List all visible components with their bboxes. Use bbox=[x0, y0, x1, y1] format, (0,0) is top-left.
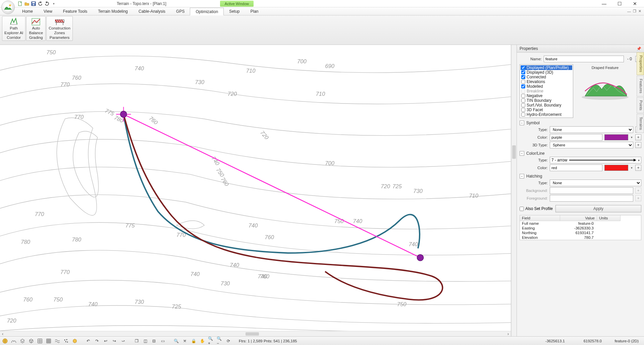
split-h-icon[interactable]: ◫ bbox=[142, 338, 148, 344]
ribbon-auto-balance[interactable]: Auto Balance Grading bbox=[26, 16, 46, 41]
copy-icon[interactable]: ❐ bbox=[133, 338, 140, 344]
feature-flags-list[interactable]: Displayed (Plan/Profile)Displayed (3D)Co… bbox=[520, 64, 573, 118]
lock-icon[interactable]: 🔒 bbox=[191, 338, 197, 344]
new-icon[interactable] bbox=[17, 1, 23, 6]
back-icon[interactable]: ↩ bbox=[103, 338, 109, 344]
end-node[interactable] bbox=[417, 255, 423, 261]
layers-icon[interactable] bbox=[19, 338, 25, 344]
minimize-button[interactable]: — bbox=[600, 1, 608, 6]
ribbon-path-explorer-label: Path Explorer AI Corridor bbox=[4, 26, 23, 40]
mdi-minimize-icon[interactable]: — bbox=[627, 9, 631, 13]
svg-point-66 bbox=[64, 339, 65, 340]
symbol-3dtype-select[interactable]: Sphere bbox=[550, 142, 633, 148]
line-color-swatch[interactable] bbox=[604, 165, 628, 171]
side-tabs: Properties Features Points Terrains bbox=[637, 52, 644, 133]
ribbon-path-explorer[interactable]: Path Explorer AI Corridor bbox=[2, 16, 25, 41]
flag-option[interactable]: Elevations bbox=[521, 79, 572, 84]
menu-optimization[interactable]: Optimization bbox=[190, 8, 224, 15]
ribbon-construction-zones[interactable]: Construction Zones Parameters bbox=[46, 16, 73, 41]
svg-text:730: 730 bbox=[413, 188, 423, 194]
pin-icon[interactable]: 📌 bbox=[637, 47, 641, 51]
open-icon[interactable] bbox=[24, 1, 30, 6]
flag-option[interactable]: Negative bbox=[521, 93, 572, 98]
apply-button[interactable]: Apply bbox=[555, 205, 641, 212]
tab-properties[interactable]: Properties bbox=[637, 52, 644, 75]
wire-icon[interactable] bbox=[11, 338, 17, 344]
fwd-icon[interactable]: ↪ bbox=[111, 338, 117, 344]
also-set-profile-checkbox[interactable] bbox=[520, 207, 524, 211]
redo-icon[interactable] bbox=[44, 1, 50, 6]
zoom-fit-icon[interactable]: ⤧ bbox=[182, 338, 188, 344]
skip-icon[interactable]: ⤻ bbox=[120, 338, 126, 344]
redo2-icon[interactable]: ↷ bbox=[94, 338, 100, 344]
mdi-restore-icon[interactable]: ❐ bbox=[633, 9, 636, 13]
waves-icon[interactable] bbox=[54, 338, 60, 344]
menu-plan[interactable]: Plan bbox=[245, 7, 264, 15]
undo-icon[interactable] bbox=[38, 1, 43, 6]
horizontal-scrollbar[interactable]: ‹› bbox=[0, 331, 511, 336]
symbol-color-name[interactable] bbox=[550, 134, 602, 141]
grid2-icon[interactable] bbox=[46, 338, 52, 344]
symbol-collapse[interactable]: − bbox=[520, 121, 524, 125]
flag-option[interactable]: Surf./Vol. Boundary bbox=[521, 103, 572, 108]
table-row[interactable]: Easting-3626330.3 bbox=[520, 226, 641, 230]
flag-option[interactable]: Displayed (3D) bbox=[521, 70, 572, 75]
flag-option[interactable]: 3D Facet bbox=[521, 108, 572, 112]
tab-points[interactable]: Points bbox=[637, 97, 644, 114]
close-button[interactable]: ✕ bbox=[631, 1, 639, 6]
qat-dropdown-icon[interactable]: ▾ bbox=[51, 1, 56, 6]
line-type-select[interactable]: 7 - arrow ▾ bbox=[550, 157, 641, 163]
colorline-collapse[interactable]: − bbox=[520, 151, 524, 156]
menu-cable-analysis[interactable]: Cable-Analysis bbox=[133, 7, 171, 15]
svg-text:740: 740 bbox=[409, 241, 418, 248]
table-row[interactable]: Elevation780.7 bbox=[520, 235, 641, 240]
menu-view[interactable]: View bbox=[38, 7, 58, 15]
menu-gps[interactable]: GPS bbox=[171, 7, 190, 15]
zoom-in-icon[interactable]: 🔍+ bbox=[208, 338, 214, 344]
symbol-type-select[interactable]: None bbox=[550, 126, 633, 133]
name-input[interactable] bbox=[544, 56, 624, 62]
maximize-button[interactable]: ☐ bbox=[615, 1, 624, 6]
menu-home[interactable]: Home bbox=[17, 7, 38, 15]
box-icon[interactable] bbox=[28, 338, 34, 344]
grid1-icon[interactable] bbox=[37, 338, 43, 344]
flag-option[interactable]: Hydro-Enforcement bbox=[521, 112, 572, 117]
window-icon[interactable]: ▭ bbox=[160, 338, 166, 344]
line-color-name[interactable] bbox=[550, 164, 602, 171]
split-v-icon[interactable]: ⊟ bbox=[151, 338, 157, 344]
pan-icon[interactable]: ✋ bbox=[199, 338, 205, 344]
refresh-icon[interactable]: ⟳ bbox=[225, 338, 231, 344]
cube-icon[interactable] bbox=[72, 338, 78, 344]
flag-option[interactable]: Modelled bbox=[521, 84, 572, 89]
app-logo[interactable] bbox=[1, 1, 15, 14]
mdi-close-icon[interactable]: ✕ bbox=[638, 9, 641, 13]
svg-point-59 bbox=[120, 111, 127, 117]
symbol-color-add[interactable]: + bbox=[635, 134, 641, 140]
hatching-collapse[interactable]: − bbox=[520, 174, 524, 179]
plan-canvas[interactable]: 750 740 770 760 775 780 710 720 730 700 … bbox=[0, 45, 511, 336]
symbol-color-swatch[interactable] bbox=[604, 134, 628, 140]
hatching-type-select[interactable]: None bbox=[550, 180, 641, 186]
menu-setup[interactable]: Setup bbox=[224, 7, 245, 15]
symbol-3d-add[interactable]: + bbox=[635, 142, 641, 148]
table-row[interactable]: Northing6193141.7 bbox=[520, 230, 641, 235]
undo2-icon[interactable]: ↶ bbox=[85, 338, 91, 344]
table-row[interactable]: Full namefeature-0 bbox=[520, 221, 641, 226]
line-color-add[interactable]: + bbox=[635, 165, 641, 171]
flag-option[interactable]: Connected bbox=[521, 75, 572, 79]
flag-option[interactable]: TIN Boundary bbox=[521, 98, 572, 103]
svg-rect-3 bbox=[33, 4, 35, 5]
menu-feature-tools[interactable]: Feature Tools bbox=[58, 7, 93, 15]
scatter-icon[interactable] bbox=[63, 338, 69, 344]
tab-features[interactable]: Features bbox=[637, 76, 644, 96]
zoom-icon[interactable]: 🔍 bbox=[173, 338, 179, 344]
globe-icon[interactable] bbox=[2, 338, 8, 344]
flag-option[interactable]: Breakline bbox=[521, 89, 572, 93]
properties-grid[interactable]: Field Value Units Full namefeature-0East… bbox=[520, 215, 641, 240]
save-icon[interactable] bbox=[31, 1, 36, 6]
vertical-scrollbar[interactable] bbox=[511, 45, 517, 336]
tab-terrains[interactable]: Terrains bbox=[637, 114, 644, 133]
zoom-out-icon[interactable]: 🔍− bbox=[217, 338, 223, 344]
menu-terrain-modeling[interactable]: Terrain Modeling bbox=[93, 7, 133, 15]
flag-option[interactable]: Displayed (Plan/Profile) bbox=[521, 65, 572, 70]
